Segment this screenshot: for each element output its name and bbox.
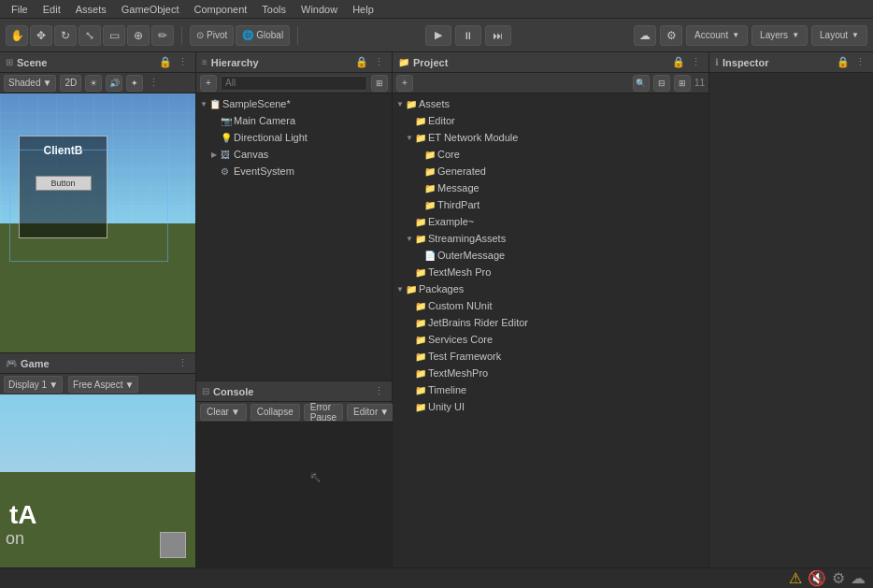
hierarchy-header-actions: 🔒 ⋮ xyxy=(353,56,386,68)
menu-component[interactable]: Component xyxy=(186,0,254,18)
scene-menu-btn[interactable]: ⋮ xyxy=(176,56,190,68)
project-menu-btn[interactable]: ⋮ xyxy=(689,56,703,68)
global-btn[interactable]: 🌐 Global xyxy=(236,25,290,46)
clear-btn[interactable]: Clear ▼ xyxy=(200,404,247,421)
list-item[interactable]: ▶ 🖼 Canvas xyxy=(196,146,392,163)
list-item[interactable]: 📁 TextMeshPro xyxy=(393,365,708,381)
hierarchy-add-btn[interactable]: + xyxy=(200,75,217,92)
shading-mode-dropdown[interactable]: Shaded ▼ xyxy=(4,75,56,92)
project-search-icon[interactable]: 🔍 xyxy=(633,75,650,92)
list-item[interactable]: 📁 Core xyxy=(393,146,708,163)
scene-toolbar: Shaded ▼ 2D ☀ 🔊 ✦ ⋮ xyxy=(0,73,195,93)
list-item[interactable]: 📁 JetBrains Rider Editor xyxy=(393,314,708,331)
inspector-lock-btn[interactable]: 🔒 xyxy=(835,56,852,68)
list-item[interactable]: 📄 OuterMessage xyxy=(393,247,708,264)
list-item[interactable]: 📁 Services Core xyxy=(393,331,708,348)
error-pause-btn[interactable]: Error Pause xyxy=(304,404,343,421)
menu-assets[interactable]: Assets xyxy=(68,0,114,18)
console-header-actions: ⋮ xyxy=(372,385,386,397)
hierarchy-filter-btn[interactable]: ⊞ xyxy=(371,75,388,92)
aspect-dropdown[interactable]: Free Aspect ▼ xyxy=(68,376,138,393)
game-ui-btn[interactable] xyxy=(160,532,186,558)
list-item[interactable]: ⚙ EventSystem xyxy=(196,163,392,179)
menu-tools[interactable]: Tools xyxy=(254,0,293,18)
project-item-label: StreamingAssets xyxy=(428,233,506,244)
status-warning-icon[interactable]: ⚠ xyxy=(789,569,802,587)
scene-lock-btn[interactable]: 🔒 xyxy=(157,56,174,68)
hierarchy-lock-btn[interactable]: 🔒 xyxy=(353,56,370,68)
rotate-tool-btn[interactable]: ↻ xyxy=(54,25,77,46)
list-item[interactable]: 📁 Timeline xyxy=(393,381,708,398)
play-controls: ▶ ⏸ ⏭ xyxy=(306,25,630,46)
collapse-btn[interactable]: Collapse xyxy=(250,404,300,421)
transform-tool-btn[interactable]: ⊕ xyxy=(127,25,150,46)
project-item-label: OuterMessage xyxy=(437,250,505,261)
project-lock-btn[interactable]: 🔒 xyxy=(670,56,687,68)
status-mute-icon[interactable]: 🔇 xyxy=(808,569,826,587)
list-item[interactable]: ▼ 📁 Assets xyxy=(393,95,708,112)
list-item[interactable]: ▼ 📋 SampleScene* xyxy=(196,95,392,112)
game-canvas[interactable]: tA on xyxy=(0,394,195,567)
play-btn[interactable]: ▶ xyxy=(425,25,451,46)
menu-help[interactable]: Help xyxy=(345,0,381,18)
folder-icon: 📁 xyxy=(415,133,428,143)
list-item[interactable]: 📁 Generated xyxy=(393,163,708,179)
rect-tool-btn[interactable]: ▭ xyxy=(103,25,125,46)
list-item[interactable]: 📁 Message xyxy=(393,179,708,196)
hand-tool-btn[interactable]: ✋ xyxy=(6,25,28,46)
button-widget[interactable]: Button xyxy=(36,176,92,191)
list-item[interactable]: 💡 Directional Light xyxy=(196,129,392,146)
project-add-btn[interactable]: + xyxy=(396,75,413,92)
menu-window[interactable]: Window xyxy=(293,0,345,18)
pause-btn[interactable]: ⏸ xyxy=(455,25,481,46)
hierarchy-search-input[interactable] xyxy=(221,76,367,91)
inspector-menu-btn[interactable]: ⋮ xyxy=(853,56,867,68)
step-btn[interactable]: ⏭ xyxy=(485,25,511,46)
list-item[interactable]: 📁 Unity UI xyxy=(393,398,708,415)
list-item[interactable]: ▼ 📁 Packages xyxy=(393,280,708,297)
list-item[interactable]: 📁 Custom NUnit xyxy=(393,297,708,314)
hierarchy-menu-btn[interactable]: ⋮ xyxy=(372,56,386,68)
list-item[interactable]: 📁 ThirdPart xyxy=(393,196,708,213)
project-item-label: Timeline xyxy=(428,384,466,395)
scene-more-btn[interactable]: ⋮ xyxy=(147,77,161,89)
hierarchy-toolbar: + ⊞ xyxy=(196,73,392,93)
scale-tool-btn[interactable]: ⤡ xyxy=(79,25,101,46)
scene-effects-btn[interactable]: ✦ xyxy=(126,75,143,92)
display-dropdown[interactable]: Display 1 ▼ xyxy=(4,376,63,393)
menu-file[interactable]: File xyxy=(4,0,36,18)
list-item[interactable]: 📁 Editor xyxy=(393,112,708,129)
view-mode-dropdown[interactable]: 2D xyxy=(60,75,81,92)
console-menu-btn[interactable]: ⋮ xyxy=(372,385,386,397)
custom-tool-btn[interactable]: ✏ xyxy=(151,25,174,46)
layout-btn[interactable]: Layout ▼ xyxy=(811,25,867,46)
game-menu-btn[interactable]: ⋮ xyxy=(176,357,190,369)
project-filter-btn[interactable]: ⊟ xyxy=(653,75,670,92)
status-cloud-icon[interactable]: ☁ xyxy=(851,569,866,587)
project-item-label: Example~ xyxy=(428,216,474,227)
project-view-btn[interactable]: ⊞ xyxy=(674,75,691,92)
services-btn[interactable]: ⚙ xyxy=(660,25,682,46)
menu-gameobject[interactable]: GameObject xyxy=(114,0,187,18)
list-item[interactable]: ▼ 📁 ET Network Module xyxy=(393,129,708,146)
move-tool-btn[interactable]: ✥ xyxy=(30,25,52,46)
scene-audio-btn[interactable]: 🔊 xyxy=(106,75,122,92)
inspector-content xyxy=(709,73,873,567)
list-item[interactable]: ▼ 📁 StreamingAssets xyxy=(393,230,708,247)
layers-btn[interactable]: Layers ▼ xyxy=(751,25,808,46)
project-item-label: Generated xyxy=(437,165,486,177)
status-settings-icon[interactable]: ⚙ xyxy=(832,569,845,587)
account-btn[interactable]: Account ▼ xyxy=(686,25,748,46)
project-item-label: ET Network Module xyxy=(428,132,518,143)
scene-light-btn[interactable]: ☀ xyxy=(85,75,102,92)
collab-btn[interactable]: ☁ xyxy=(634,25,656,46)
menu-edit[interactable]: Edit xyxy=(36,0,68,18)
menu-bar: File Edit Assets GameObject Component To… xyxy=(0,0,873,19)
list-item[interactable]: 📁 TextMesh Pro xyxy=(393,264,708,280)
list-item[interactable]: 📁 Test Framework xyxy=(393,348,708,365)
list-item[interactable]: 📁 Example~ xyxy=(393,213,708,230)
pivot-btn[interactable]: ⊙ Pivot xyxy=(190,25,234,46)
list-item[interactable]: 📷 Main Camera xyxy=(196,112,392,129)
editor-dropdown-btn[interactable]: Editor ▼ xyxy=(347,404,395,421)
scene-canvas[interactable]: ClientB Button xyxy=(0,93,195,352)
